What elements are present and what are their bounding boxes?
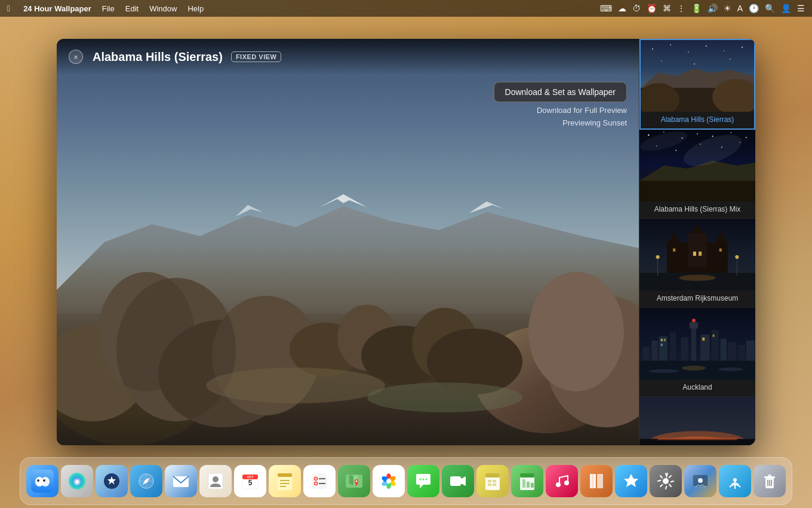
- dock-finder[interactable]: [26, 465, 59, 497]
- svg-point-148: [426, 479, 427, 481]
- svg-rect-129: [312, 473, 327, 489]
- menubar-app-name[interactable]: 24 Hour Wallpaper: [23, 4, 91, 13]
- timemachine-icon[interactable]: ⏰: [647, 4, 657, 13]
- svg-point-37: [730, 59, 731, 60]
- brightness-icon[interactable]: ☀: [724, 4, 731, 13]
- svg-point-31: [688, 51, 689, 53]
- dock-numbers[interactable]: [511, 465, 543, 497]
- previewing-text: Previewing Sunset: [562, 118, 627, 127]
- svg-marker-135: [349, 475, 353, 485]
- svg-point-68: [679, 275, 715, 281]
- close-button[interactable]: ×: [69, 50, 83, 64]
- sidebar-label-auckland: Auckland: [639, 380, 755, 396]
- dock-music[interactable]: [546, 465, 578, 497]
- svg-point-163: [564, 481, 569, 485]
- battery-icon[interactable]: 🔋: [691, 4, 702, 13]
- svg-rect-66: [719, 249, 722, 252]
- download-wallpaper-button[interactable]: Download & Set as Wallpaper: [494, 82, 627, 102]
- svg-point-95: [648, 369, 679, 373]
- svg-marker-150: [461, 476, 466, 486]
- dock-appstore[interactable]: [615, 465, 647, 497]
- dock-wallpaper[interactable]: [684, 465, 716, 497]
- svg-point-32: [706, 45, 707, 47]
- dock-mail[interactable]: [165, 465, 197, 497]
- svg-rect-160: [527, 482, 530, 488]
- svg-rect-89: [664, 339, 666, 341]
- dock-messages[interactable]: [407, 465, 439, 497]
- menubar-window[interactable]: Window: [149, 4, 177, 13]
- bluetooth-icon[interactable]: ⋮: [677, 4, 685, 13]
- menubar:  24 Hour Wallpaper File Edit Window Hel…: [0, 0, 812, 17]
- svg-rect-92: [713, 335, 715, 337]
- volume-icon[interactable]: 🔊: [708, 4, 718, 13]
- thumbnail-auckland: [639, 308, 755, 380]
- menubar-file[interactable]: File: [102, 4, 115, 13]
- svg-rect-153: [488, 480, 491, 482]
- menubar-help[interactable]: Help: [187, 4, 204, 13]
- app-window: × Alabama Hills (Sierras) FIXED VIEW Dow…: [57, 39, 755, 445]
- nightshift-icon[interactable]: 🕐: [749, 4, 759, 13]
- svg-point-146: [420, 479, 422, 481]
- sidebar-label-alabama-mix: Alabama Hills (Sierras) Mix: [639, 201, 755, 218]
- dock-facetime[interactable]: [442, 465, 474, 497]
- svg-point-96: [719, 368, 743, 371]
- sidebar-label-alabama-hills: Alabama Hills (Sierras): [641, 112, 754, 128]
- svg-point-104: [41, 477, 50, 486]
- svg-rect-149: [450, 476, 461, 486]
- sidebar-item-alabama-mix[interactable]: Alabama Hills (Sierras) Mix: [639, 130, 755, 219]
- dock-siri[interactable]: ◉: [61, 465, 93, 497]
- svg-point-167: [663, 478, 669, 484]
- svg-rect-63: [693, 252, 696, 256]
- dock-books[interactable]: [580, 465, 613, 497]
- dock-notes[interactable]: [269, 465, 301, 497]
- svg-rect-155: [488, 483, 491, 486]
- dock-maps[interactable]: [338, 465, 370, 497]
- dock-safari[interactable]: [130, 465, 162, 497]
- dock-launchpad[interactable]: [96, 465, 128, 497]
- svg-rect-156: [493, 483, 496, 486]
- dock-photos[interactable]: [373, 465, 405, 497]
- svg-rect-40: [639, 181, 755, 201]
- dock-calendar[interactable]: OCT 5: [234, 465, 266, 497]
- menubar-edit[interactable]: Edit: [125, 4, 139, 13]
- klokki-icon[interactable]: ⌨: [600, 4, 612, 13]
- svg-rect-175: [768, 475, 771, 476]
- keyboard-icon[interactable]: A: [737, 4, 743, 13]
- svg-rect-88: [661, 339, 663, 341]
- dock-contacts[interactable]: [199, 465, 232, 497]
- svg-point-171: [733, 478, 737, 482]
- svg-rect-65: [673, 249, 675, 252]
- icloud-icon[interactable]: ☁: [618, 4, 626, 13]
- dock-sheets[interactable]: [476, 465, 509, 497]
- apple-menu[interactable]: : [7, 4, 10, 13]
- close-icon: ×: [73, 53, 78, 62]
- svg-point-170: [698, 478, 703, 483]
- dock-sysprefs[interactable]: [650, 465, 682, 497]
- thumbnail-alabama-mix: [639, 130, 755, 201]
- sidebar-item-unknown[interactable]: [639, 397, 755, 445]
- spotlight-icon[interactable]: 🔍: [765, 4, 775, 13]
- sidebar-item-alabama-hills[interactable]: Alabama Hills (Sierras): [639, 39, 755, 130]
- dock-airdrop[interactable]: [719, 465, 751, 497]
- dock-reminders[interactable]: [303, 465, 336, 497]
- svg-rect-59: [669, 239, 679, 264]
- download-preview-link[interactable]: Download for Full Preview: [537, 106, 627, 115]
- screentime-icon[interactable]: ⏱: [632, 4, 641, 13]
- svg-rect-161: [531, 483, 534, 488]
- svg-rect-79: [690, 322, 698, 328]
- notification-icon[interactable]: ☰: [797, 4, 805, 13]
- svg-point-42: [663, 131, 665, 133]
- svg-point-34: [742, 47, 743, 48]
- dock-trash[interactable]: [753, 465, 786, 497]
- svg-rect-101: [658, 437, 737, 440]
- sidebar-item-amsterdam[interactable]: Amsterdam Rijksmuseum: [639, 219, 755, 308]
- user-icon[interactable]: 👤: [781, 4, 791, 13]
- svg-point-119: [213, 476, 219, 482]
- svg-rect-158: [520, 473, 534, 478]
- sidebar-item-auckland[interactable]: Auckland: [639, 308, 755, 397]
- sidebar: Alabama Hills (Sierras): [639, 39, 755, 445]
- window-header: × Alabama Hills (Sierras) FIXED VIEW: [57, 39, 639, 75]
- wifi-icon[interactable]: ⌘: [663, 4, 671, 13]
- fixed-view-badge: FIXED VIEW: [231, 51, 282, 62]
- svg-text:5: 5: [248, 479, 253, 487]
